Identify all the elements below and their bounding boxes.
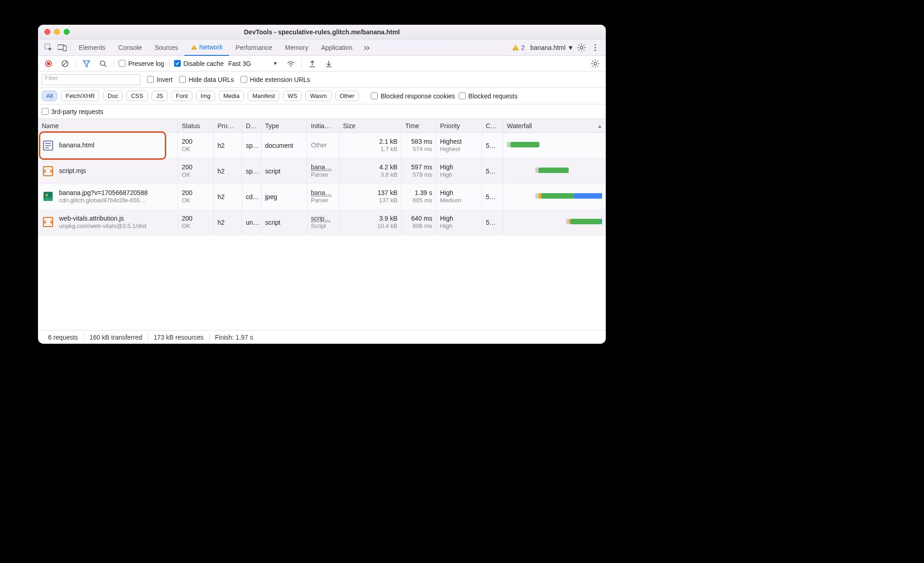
cell-size: 3.9 kB10.4 kB bbox=[339, 210, 402, 235]
preserve-log-checkbox[interactable]: Preserve log bbox=[119, 60, 164, 67]
checkbox-checked-icon bbox=[174, 60, 181, 67]
col-status[interactable]: Status bbox=[178, 119, 214, 132]
svg-point-43 bbox=[46, 194, 48, 196]
device-toolbar-icon[interactable] bbox=[56, 42, 68, 54]
table-row[interactable]: banana.jpg?v=1705668720588cdn.glitch.glo… bbox=[38, 184, 606, 210]
filter-pill-ws[interactable]: WS bbox=[283, 91, 302, 101]
col-time[interactable]: Time bbox=[402, 119, 436, 132]
filter-pill-js[interactable]: JS bbox=[152, 91, 168, 101]
warning-count: 2 bbox=[521, 44, 525, 51]
svg-rect-20 bbox=[47, 62, 50, 65]
issues-badge[interactable]: 2 bbox=[508, 39, 528, 56]
col-priority[interactable]: Priority bbox=[436, 119, 482, 132]
svg-line-24 bbox=[104, 65, 106, 67]
cell-type: jpeg bbox=[261, 184, 307, 209]
cell-protocol: h2 bbox=[214, 210, 242, 235]
svg-point-25 bbox=[290, 65, 292, 66]
warning-icon bbox=[191, 44, 197, 50]
cell-priority: HighestHighest bbox=[436, 133, 482, 158]
filter-pill-fetchxhr[interactable]: Fetch/XHR bbox=[61, 91, 99, 101]
filter-pill-font[interactable]: Font bbox=[171, 91, 192, 101]
svg-line-33 bbox=[592, 60, 593, 61]
filter-icon[interactable] bbox=[81, 58, 92, 70]
settings-icon[interactable] bbox=[576, 42, 587, 54]
tab-console[interactable]: Console bbox=[112, 39, 148, 56]
cell-initiator: bana…Parser bbox=[307, 184, 339, 209]
cell-type: document bbox=[261, 133, 307, 158]
filter-pill-all[interactable]: All bbox=[42, 91, 57, 101]
cell-domain: cd… bbox=[242, 184, 261, 209]
tab-memory[interactable]: Memory bbox=[279, 39, 315, 56]
col-connection[interactable]: C… bbox=[482, 119, 503, 132]
col-waterfall[interactable]: Waterfall▲ bbox=[503, 119, 606, 132]
filter-pill-media[interactable]: Media bbox=[219, 91, 244, 101]
minimize-window-button[interactable] bbox=[54, 29, 60, 35]
tab-performance[interactable]: Performance bbox=[229, 39, 278, 56]
throttling-selector[interactable]: Fast 3G ▼ bbox=[228, 60, 281, 67]
col-name[interactable]: Name bbox=[38, 119, 178, 132]
cell-domain: sp… bbox=[242, 158, 261, 184]
close-window-button[interactable] bbox=[44, 29, 50, 35]
blocked-cookies-checkbox[interactable]: Blocked response cookies bbox=[371, 92, 455, 100]
search-icon[interactable] bbox=[97, 58, 109, 70]
inspect-element-icon[interactable] bbox=[43, 42, 54, 54]
import-har-icon[interactable] bbox=[306, 58, 318, 70]
tab-application[interactable]: Application bbox=[315, 39, 359, 56]
filter-pill-img[interactable]: Img bbox=[196, 91, 215, 101]
file-icon bbox=[42, 216, 54, 228]
table-body: banana.html200OKh2sp…documentOther2.1 kB… bbox=[38, 133, 606, 235]
network-conditions-icon[interactable] bbox=[285, 58, 297, 70]
dropdown-icon: ▼ bbox=[567, 44, 574, 51]
cell-status: 200OK bbox=[178, 210, 214, 235]
export-har-icon[interactable] bbox=[323, 58, 335, 70]
blocked-requests-checkbox[interactable]: Blocked requests bbox=[459, 92, 517, 100]
more-tabs-icon[interactable] bbox=[361, 42, 373, 54]
cell-protocol: h2 bbox=[214, 133, 242, 158]
file-icon bbox=[42, 190, 54, 203]
tab-sources[interactable]: Sources bbox=[148, 39, 185, 56]
cell-time: 1.39 s605 ms bbox=[402, 184, 436, 209]
network-settings-icon[interactable] bbox=[589, 58, 601, 70]
cell-initiator: Other bbox=[307, 133, 339, 158]
cell-initiator: scrip…Script bbox=[307, 210, 339, 235]
record-button[interactable] bbox=[43, 58, 54, 70]
table-row[interactable]: web-vitals.attribution.jsunpkg.com/web-v… bbox=[38, 210, 606, 235]
disable-cache-checkbox[interactable]: Disable cache bbox=[174, 60, 224, 67]
filter-bar: Filter Invert Hide data URLs Hide extens… bbox=[38, 71, 606, 88]
cell-size: 137 kB137 kB bbox=[339, 184, 402, 209]
tab-network[interactable]: Network bbox=[185, 39, 229, 56]
table-row[interactable]: banana.html200OKh2sp…documentOther2.1 kB… bbox=[38, 133, 606, 158]
filter-pill-css[interactable]: CSS bbox=[126, 91, 148, 101]
col-protocol[interactable]: Pro… bbox=[214, 119, 242, 132]
tab-elements[interactable]: Elements bbox=[72, 39, 112, 56]
main-tabbar: ElementsConsoleSourcesNetworkPerformance… bbox=[38, 39, 606, 56]
third-party-checkbox[interactable]: 3rd-party requests bbox=[42, 108, 103, 115]
col-domain[interactable]: D… bbox=[242, 119, 261, 132]
col-initiator[interactable]: Initia… bbox=[307, 119, 339, 132]
svg-point-17 bbox=[594, 47, 596, 48]
filter-pill-doc[interactable]: Doc bbox=[103, 91, 123, 101]
target-selector[interactable]: banana.html ▼ bbox=[530, 44, 574, 51]
cell-name: web-vitals.attribution.jsunpkg.com/web-v… bbox=[38, 210, 178, 235]
svg-line-35 bbox=[592, 65, 593, 66]
filter-pill-manifest[interactable]: Manifest bbox=[248, 91, 279, 101]
more-icon[interactable] bbox=[589, 42, 601, 54]
filter-input[interactable]: Filter bbox=[42, 74, 141, 85]
cell-priority: HighHigh bbox=[436, 158, 482, 184]
table-row[interactable]: script.mjs200OKh2sp…scriptbana…Parser4.2… bbox=[38, 158, 606, 184]
cell-name: banana.html bbox=[38, 133, 178, 158]
cell-connection: 5… bbox=[482, 184, 503, 209]
col-size[interactable]: Size bbox=[339, 119, 402, 132]
invert-checkbox[interactable]: Invert bbox=[147, 76, 173, 83]
filter-pill-wasm[interactable]: Wasm bbox=[305, 91, 331, 101]
hide-data-urls-checkbox[interactable]: Hide data URLs bbox=[179, 76, 234, 83]
hide-extension-urls-checkbox[interactable]: Hide extension URLs bbox=[240, 76, 310, 83]
col-type[interactable]: Type bbox=[261, 119, 307, 132]
checkbox-icon bbox=[42, 108, 49, 115]
cell-name: banana.jpg?v=1705668720588cdn.glitch.glo… bbox=[38, 184, 178, 209]
zoom-window-button[interactable] bbox=[64, 29, 70, 35]
clear-button[interactable] bbox=[59, 58, 71, 70]
status-finish: Finish: 1.97 s bbox=[210, 334, 259, 341]
filter-pill-other[interactable]: Other bbox=[335, 91, 359, 101]
svg-point-18 bbox=[594, 49, 596, 51]
